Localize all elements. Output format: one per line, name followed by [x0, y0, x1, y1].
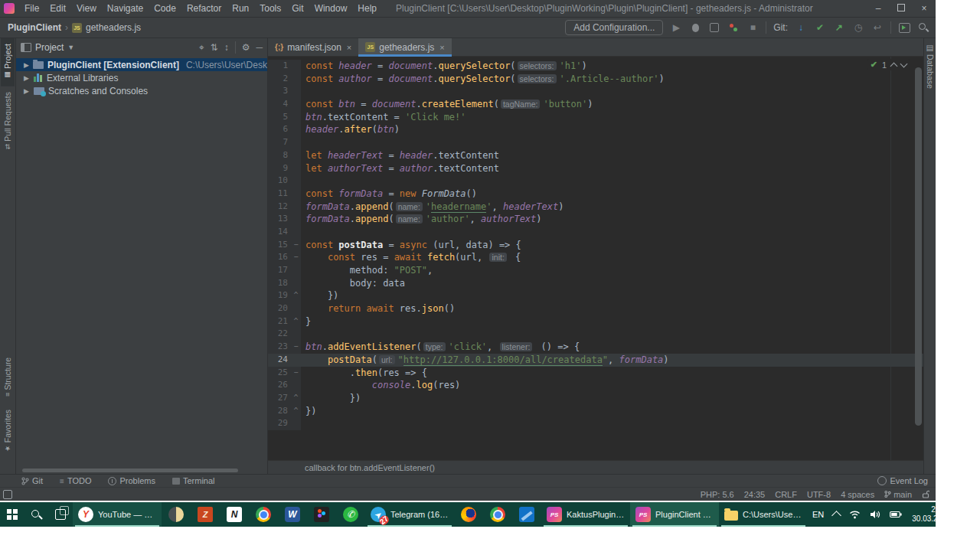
status-encoding[interactable]: UTF-8	[807, 490, 831, 499]
tray-expand-button[interactable]	[828, 502, 844, 527]
close-icon[interactable]: ×	[439, 43, 444, 52]
menu-item-run[interactable]: Run	[227, 0, 254, 17]
fold-icon[interactable]: −	[291, 341, 301, 354]
stop-icon[interactable]: ■	[746, 21, 759, 34]
code-line[interactable]: 11const formData = new FormData()	[268, 188, 923, 201]
taskbar-item-yandex-youtube[interactable]: YYouTube — Ян...	[73, 502, 162, 527]
run-anything-icon[interactable]	[898, 21, 910, 34]
tab-manifest-json[interactable]: {;} manifest.json ×	[268, 38, 358, 56]
chevron-right-icon[interactable]: ▶	[24, 87, 30, 95]
code-line[interactable]: 27^ })	[268, 392, 923, 405]
taskbar-item-moon-app[interactable]	[162, 502, 191, 527]
expand-all-icon[interactable]: ⇅	[211, 42, 218, 53]
git-update-icon[interactable]: ↓	[795, 21, 807, 34]
status-line-ending[interactable]: CRLF	[775, 490, 797, 499]
code-line[interactable]: 19^ })	[268, 289, 923, 302]
todo-toolwindow-button[interactable]: ≡TODO	[60, 476, 91, 485]
fold-icon[interactable]: ^	[291, 405, 301, 418]
git-branch-widget[interactable]: main	[884, 490, 912, 499]
next-problem-icon[interactable]	[900, 60, 908, 67]
taskbar-item-notion[interactable]: N	[220, 502, 249, 527]
maximize-button[interactable]	[890, 0, 913, 17]
debug-icon[interactable]	[689, 21, 701, 34]
task-view-button[interactable]	[48, 502, 73, 527]
code-line[interactable]: 25− .then(res => {	[268, 367, 923, 380]
taskbar-item-figma[interactable]	[307, 502, 336, 527]
sidebar-item-structure[interactable]: ≡Structure	[1, 352, 15, 404]
code-line[interactable]: 26 console.log(res)	[268, 379, 923, 392]
volume-icon[interactable]	[865, 502, 885, 527]
tab-getheaders-js[interactable]: JS getheaders.js ×	[358, 38, 451, 56]
history-icon[interactable]: ◷	[852, 21, 864, 34]
code-line[interactable]: 3	[268, 85, 923, 98]
toolwindow-switcher-icon[interactable]	[3, 490, 12, 499]
breadcrumb-project[interactable]: PluginClient	[8, 22, 61, 33]
fold-icon[interactable]: ^	[291, 315, 301, 328]
code-line[interactable]: 1const header = document.querySelector(s…	[268, 60, 923, 73]
locate-icon[interactable]: ⌖	[199, 42, 204, 53]
code-line[interactable]: 4const btn = document.createElement(tagN…	[268, 98, 923, 111]
code-line[interactable]: 7	[268, 136, 923, 149]
language-indicator[interactable]: EN	[808, 502, 828, 527]
tree-item-pluginclient[interactable]: ▶ PluginClient [ExtensionClient] C:\User…	[16, 58, 267, 71]
menu-item-view[interactable]: View	[71, 0, 102, 17]
menu-item-navigate[interactable]: Navigate	[102, 0, 149, 17]
search-everywhere-icon[interactable]	[917, 21, 929, 34]
taskbar-item-chrome[interactable]	[249, 502, 278, 527]
code-line[interactable]: 16− const res = await fetch(url, init: {	[268, 251, 923, 264]
taskbar-item-firefox[interactable]	[454, 502, 483, 527]
menu-item-edit[interactable]: Edit	[44, 0, 71, 17]
start-button[interactable]	[0, 502, 24, 527]
git-push-icon[interactable]: ↗	[833, 21, 845, 34]
run-icon[interactable]: ▶	[670, 21, 682, 34]
fold-icon[interactable]: −	[291, 367, 301, 380]
code-line[interactable]: 29	[268, 417, 923, 430]
sidebar-item-pull-requests[interactable]: ⇄Pull Requests	[1, 87, 15, 157]
code-line[interactable]: 2const author = document.querySelector(s…	[268, 73, 923, 86]
taskbar-item-chrome-2[interactable]	[483, 502, 512, 527]
status-indent[interactable]: 4 spaces	[841, 490, 874, 499]
code-line[interactable]: 20 return await res.json()	[268, 302, 923, 315]
fold-icon[interactable]: ^	[291, 392, 301, 405]
git-toolwindow-button[interactable]: Git	[21, 476, 43, 485]
code-line[interactable]: 5btn.textContent = 'Click me!'	[268, 111, 923, 124]
panel-title[interactable]: Project	[35, 42, 64, 53]
menu-item-refactor[interactable]: Refactor	[181, 0, 227, 17]
tree-item-scratches[interactable]: ▶ Scratches and Consoles	[16, 84, 267, 97]
code-line[interactable]: 17 method: "POST",	[268, 264, 923, 277]
action-center-button[interactable]	[956, 502, 976, 527]
code-line[interactable]: 15−const postData = async (url, data) =>…	[268, 239, 923, 252]
terminal-toolwindow-button[interactable]: Terminal	[172, 476, 215, 485]
code-editor[interactable]: 1const header = document.querySelector(s…	[268, 57, 923, 460]
tree-item-external-libraries[interactable]: ▶ External Libraries	[16, 71, 267, 84]
prev-problem-icon[interactable]	[890, 62, 898, 70]
rollback-icon[interactable]: ↩	[871, 21, 884, 34]
chevron-right-icon[interactable]: ▶	[24, 74, 30, 82]
fold-icon[interactable]: −	[291, 251, 301, 264]
coverage-icon[interactable]	[708, 21, 720, 34]
code-line[interactable]: 23−btn.addEventListener(type:'click', li…	[268, 341, 923, 354]
taskbar-item-phpstorm-pluginclient[interactable]: PSPluginClient – ...	[630, 502, 719, 527]
taskbar-item-whatsapp[interactable]: ✆	[336, 502, 365, 527]
battery-icon[interactable]	[885, 502, 906, 527]
menu-item-file[interactable]: File	[19, 0, 44, 17]
chevron-down-icon[interactable]: ▼	[67, 44, 74, 51]
code-line[interactable]: 14	[268, 226, 923, 239]
settings-icon[interactable]: ⚙	[242, 42, 250, 53]
lock-open-icon[interactable]	[922, 490, 929, 498]
chevron-right-icon[interactable]: ▶	[24, 61, 29, 69]
caret-line[interactable]: 24 postData(url:"http://127.0.0.1:8000/a…	[268, 354, 923, 367]
editor-breadcrumbs[interactable]: callback for btn.addEventListener()	[268, 460, 923, 474]
code-line[interactable]: 8let headerText = header.textContent	[268, 149, 923, 162]
taskbar-item-phpstorm-kaktusplugin[interactable]: PSKaktusPlugin-...	[541, 502, 630, 527]
fold-icon[interactable]: ^	[291, 289, 301, 302]
collapse-all-icon[interactable]: ↕	[224, 42, 229, 53]
code-line[interactable]: 13formData.append(name:'author', authorT…	[268, 213, 923, 226]
clock[interactable]: 20:2530.03.2021	[906, 505, 956, 524]
status-php-version[interactable]: PHP: 5.6	[701, 490, 734, 499]
taskbar-item-vscode[interactable]	[512, 502, 541, 527]
taskbar-search-button[interactable]	[24, 502, 48, 527]
code-line[interactable]: 22	[268, 328, 923, 341]
problems-toolwindow-button[interactable]: Problems	[108, 476, 155, 485]
menu-item-help[interactable]: Help	[352, 0, 382, 17]
